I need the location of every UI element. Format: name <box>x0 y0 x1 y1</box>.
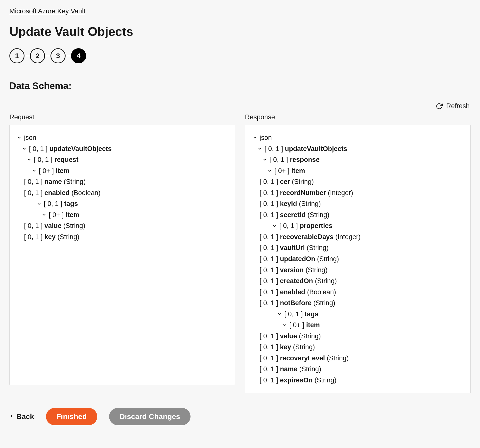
tree-node[interactable]: [ 0, 1 ] tags <box>17 198 227 209</box>
request-panel: json[ 0, 1 ] updateVaultObjects[ 0, 1 ] … <box>9 125 235 385</box>
tree-node-label: [ 0, 1 ] version (String) <box>260 265 328 276</box>
tree-node-label: [ 0, 1 ] recoverableDays (Integer) <box>260 231 360 243</box>
tree-node[interactable]: [ 0+ ] item <box>17 209 227 221</box>
chevron-down-icon[interactable] <box>277 312 282 316</box>
chevron-left-icon <box>9 412 14 421</box>
tree-node-label: [ 0+ ] item <box>274 165 305 176</box>
chevron-down-icon[interactable] <box>32 169 36 173</box>
chevron-down-icon[interactable] <box>282 323 287 327</box>
tree-node: [ 0, 1 ] recordNumber (Integer) <box>253 187 463 199</box>
chevron-down-icon[interactable] <box>17 135 22 140</box>
tree-node: [ 0, 1 ] updatedOn (String) <box>253 253 463 265</box>
tree-node-label: json <box>260 132 272 143</box>
chevron-down-icon[interactable] <box>263 157 267 162</box>
tree-node[interactable]: [ 0, 1 ] tags <box>253 309 463 320</box>
tree-node[interactable]: [ 0, 1 ] response <box>253 154 463 165</box>
refresh-icon[interactable] <box>436 103 443 110</box>
chevron-down-icon[interactable] <box>267 169 272 173</box>
tree-node-label: [ 0+ ] item <box>49 209 79 221</box>
tree-node: [ 0, 1 ] name (String) <box>253 364 463 375</box>
page-title: Update Vault Objects <box>9 25 471 39</box>
tree-node[interactable]: [ 0, 1 ] updateVaultObjects <box>17 143 227 154</box>
chevron-down-icon[interactable] <box>42 213 46 217</box>
tree-node: [ 0, 1 ] key (String) <box>17 231 227 243</box>
tree-node-label: [ 0, 1 ] key (String) <box>24 231 79 243</box>
tree-node-label: [ 0, 1 ] value (String) <box>260 331 321 342</box>
chevron-down-icon[interactable] <box>258 147 262 151</box>
tree-node-label: [ 0, 1 ] updateVaultObjects <box>264 143 347 154</box>
tree-node: [ 0, 1 ] recoveryLevel (String) <box>253 353 463 364</box>
tree-node: [ 0, 1 ] cer (String) <box>253 176 463 187</box>
tree-node-label: [ 0+ ] item <box>289 320 320 331</box>
tree-node-label: [ 0, 1 ] cer (String) <box>260 176 314 187</box>
tree-node: [ 0, 1 ] enabled (Boolean) <box>17 187 227 199</box>
tree-node-label: [ 0, 1 ] notBefore (String) <box>260 298 335 309</box>
tree-node-label: [ 0, 1 ] enabled (Boolean) <box>260 287 336 298</box>
back-button[interactable]: Back <box>9 412 34 421</box>
tree-node-label: [ 0, 1 ] name (String) <box>260 364 321 375</box>
tree-node-label: [ 0, 1 ] request <box>34 154 78 165</box>
tree-node: [ 0, 1 ] version (String) <box>253 265 463 276</box>
tree-node: [ 0, 1 ] recoverableDays (Integer) <box>253 231 463 243</box>
tree-node[interactable]: [ 0+ ] item <box>17 165 227 176</box>
response-panel: json[ 0, 1 ] updateVaultObjects[ 0, 1 ] … <box>245 125 471 393</box>
tree-node-label: [ 0, 1 ] recordNumber (Integer) <box>260 187 353 199</box>
section-heading: Data Schema: <box>9 81 471 91</box>
tree-node: [ 0, 1 ] enabled (Boolean) <box>253 287 463 298</box>
tree-node-label: [ 0, 1 ] key (String) <box>260 342 315 353</box>
chevron-down-icon[interactable] <box>253 135 257 140</box>
tree-node-label: [ 0, 1 ] createdOn (String) <box>260 275 337 287</box>
tree-node-label: [ 0, 1 ] properties <box>279 220 333 231</box>
tree-node[interactable]: [ 0, 1 ] properties <box>253 220 463 231</box>
step-3[interactable]: 3 <box>50 48 66 63</box>
tree-node-label: [ 0, 1 ] name (String) <box>24 176 86 187</box>
tree-node: [ 0, 1 ] notBefore (String) <box>253 298 463 309</box>
chevron-down-icon[interactable] <box>37 202 41 206</box>
step-connector <box>45 56 50 56</box>
finished-button[interactable]: Finished <box>46 408 97 425</box>
request-panel-label: Request <box>9 113 235 121</box>
tree-node: [ 0, 1 ] value (String) <box>17 220 227 231</box>
tree-node-label: [ 0, 1 ] expiresOn (String) <box>260 375 336 386</box>
tree-node-label: [ 0, 1 ] tags <box>44 198 78 209</box>
tree-node: [ 0, 1 ] secretId (String) <box>253 209 463 221</box>
tree-node[interactable]: json <box>17 132 227 143</box>
tree-node: [ 0, 1 ] key (String) <box>253 342 463 353</box>
step-4[interactable]: 4 <box>71 48 86 63</box>
chevron-down-icon[interactable] <box>22 147 26 151</box>
tree-node-label: [ 0, 1 ] secretId (String) <box>260 209 329 221</box>
breadcrumb-link[interactable]: Microsoft Azure Key Vault <box>9 7 85 15</box>
step-2[interactable]: 2 <box>30 48 45 63</box>
tree-node-label: [ 0, 1 ] updateVaultObjects <box>29 143 112 154</box>
tree-node: [ 0, 1 ] value (String) <box>253 331 463 342</box>
refresh-button[interactable]: Refresh <box>446 102 470 110</box>
tree-node-label: [ 0, 1 ] vaultUrl (String) <box>260 242 329 253</box>
tree-node[interactable]: [ 0+ ] item <box>253 320 463 331</box>
step-1[interactable]: 1 <box>9 48 24 63</box>
tree-node-label: [ 0, 1 ] value (String) <box>24 220 85 231</box>
tree-node-label: [ 0, 1 ] updatedOn (String) <box>260 253 339 265</box>
chevron-down-icon[interactable] <box>272 224 277 228</box>
response-panel-label: Response <box>245 113 471 121</box>
tree-node-label: [ 0+ ] item <box>39 165 70 176</box>
tree-node-label: [ 0, 1 ] enabled (Boolean) <box>24 187 100 199</box>
chevron-down-icon[interactable] <box>27 157 31 162</box>
back-button-label: Back <box>16 412 34 421</box>
stepper: 1234 <box>9 48 471 63</box>
tree-node: [ 0, 1 ] expiresOn (String) <box>253 375 463 386</box>
step-connector <box>66 56 71 56</box>
tree-node: [ 0, 1 ] name (String) <box>17 176 227 187</box>
tree-node-label: [ 0, 1 ] recoveryLevel (String) <box>260 353 349 364</box>
tree-node-label: json <box>24 132 36 143</box>
tree-node[interactable]: json <box>253 132 463 143</box>
tree-node: [ 0, 1 ] createdOn (String) <box>253 275 463 287</box>
tree-node: [ 0, 1 ] keyId (String) <box>253 198 463 209</box>
tree-node[interactable]: [ 0, 1 ] request <box>17 154 227 165</box>
step-connector <box>24 56 30 56</box>
tree-node: [ 0, 1 ] vaultUrl (String) <box>253 242 463 253</box>
tree-node[interactable]: [ 0, 1 ] updateVaultObjects <box>253 143 463 154</box>
tree-node[interactable]: [ 0+ ] item <box>253 165 463 176</box>
tree-node-label: [ 0, 1 ] response <box>269 154 320 165</box>
discard-changes-button[interactable]: Discard Changes <box>109 408 191 425</box>
tree-node-label: [ 0, 1 ] tags <box>284 309 318 320</box>
